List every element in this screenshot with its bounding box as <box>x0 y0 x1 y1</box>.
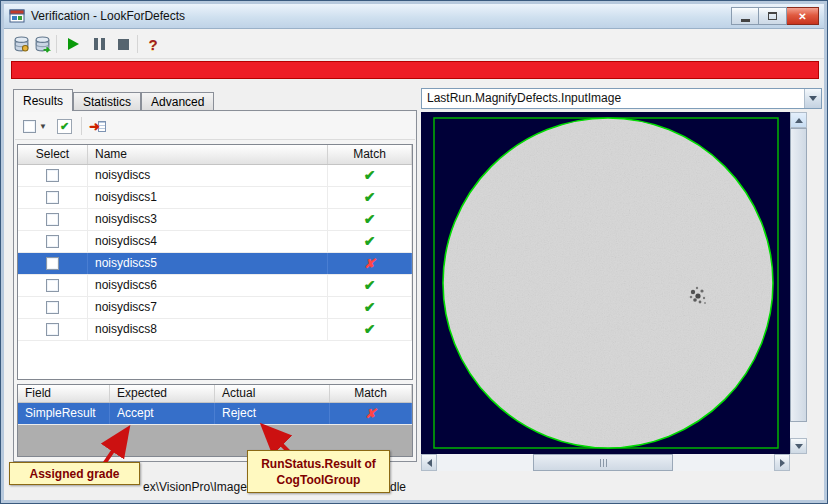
row-checkbox[interactable] <box>46 235 59 248</box>
table-row[interactable]: noisydiscs7 ✔ <box>18 297 412 319</box>
row-checkbox[interactable] <box>46 257 59 270</box>
table-row[interactable]: noisydiscs5 ✘ <box>18 253 412 275</box>
match-icon: ✔ <box>328 275 412 296</box>
table-row[interactable]: noisydiscs8 ✔ <box>18 319 412 341</box>
match-icon: ✘ <box>330 403 412 424</box>
select-dropdown-button[interactable]: ▼ <box>23 116 47 136</box>
app-icon <box>9 8 25 24</box>
column-header-expected[interactable]: Expected <box>110 385 215 402</box>
vertical-scrollbar[interactable] <box>790 112 807 454</box>
horizontal-scrollbar[interactable] <box>421 454 790 471</box>
callout-text-line1: RunStatus.Result of <box>248 456 389 472</box>
run-status-bar <box>11 61 819 79</box>
row-name: noisydiscs5 <box>88 253 328 274</box>
tab-strip: Results Statistics Advanced <box>13 89 214 111</box>
chevron-down-icon <box>809 96 817 101</box>
run-checked-button[interactable]: ✔ <box>57 116 72 136</box>
scroll-up-button[interactable] <box>790 112 807 128</box>
main-toolbar: ? <box>4 29 824 59</box>
row-select-cell[interactable] <box>18 165 88 186</box>
column-header-match[interactable]: Match <box>330 385 412 402</box>
row-select-cell[interactable] <box>18 319 88 340</box>
row-name: noisydiscs4 <box>88 231 328 252</box>
column-header-select[interactable]: Select <box>18 145 88 164</box>
run-button[interactable] <box>62 33 84 55</box>
toolbar-separator <box>56 35 57 53</box>
row-name: noisydiscs7 <box>88 297 328 318</box>
detail-expected: Accept <box>110 403 215 424</box>
table-row[interactable]: noisydiscs6 ✔ <box>18 275 412 297</box>
column-header-actual[interactable]: Actual <box>215 385 330 402</box>
stop-button[interactable] <box>112 33 134 55</box>
column-header-match[interactable]: Match <box>328 145 412 164</box>
table-row[interactable]: noisydiscs4 ✔ <box>18 231 412 253</box>
column-header-name[interactable]: Name <box>88 145 328 164</box>
row-checkbox[interactable] <box>46 191 59 204</box>
table-row[interactable]: noisydiscs3 ✔ <box>18 209 412 231</box>
match-icon: ✔ <box>328 297 412 318</box>
minimize-button[interactable] <box>731 7 759 25</box>
scroll-right-button[interactable] <box>774 454 790 471</box>
close-icon: ✕ <box>798 11 806 22</box>
scrollbar-corner <box>790 454 807 471</box>
match-icon: ✘ <box>328 253 412 274</box>
window-title: Verification - LookForDefects <box>31 4 185 29</box>
results-table-header[interactable]: Select Name Match <box>18 145 412 165</box>
row-checkbox[interactable] <box>46 169 59 182</box>
horizontal-scroll-thumb[interactable] <box>533 454 673 471</box>
match-icon: ✔ <box>328 319 412 340</box>
detail-row[interactable]: SimpleResult Accept Reject ✘ <box>18 403 412 425</box>
table-row[interactable]: noisydiscs1 ✔ <box>18 187 412 209</box>
arrow-right-icon <box>780 459 785 467</box>
row-checkbox[interactable] <box>46 301 59 314</box>
vertical-scroll-thumb[interactable] <box>790 128 807 422</box>
match-icon: ✔ <box>328 209 412 230</box>
row-checkbox[interactable] <box>46 279 59 292</box>
row-select-cell[interactable] <box>18 253 88 274</box>
maximize-button[interactable] <box>759 7 787 25</box>
row-select-cell[interactable] <box>18 209 88 230</box>
row-name: noisydiscs8 <box>88 319 328 340</box>
row-select-cell[interactable] <box>18 231 88 252</box>
chevron-down-icon: ▼ <box>39 122 47 131</box>
row-select-cell[interactable] <box>18 187 88 208</box>
toolbar-separator <box>137 35 138 53</box>
row-select-cell[interactable] <box>18 297 88 318</box>
close-button[interactable]: ✕ <box>787 7 819 25</box>
checked-box-icon: ✔ <box>57 119 72 134</box>
arrow-up-icon <box>795 118 803 123</box>
scroll-down-button[interactable] <box>790 438 807 454</box>
results-table: Select Name Match noisydiscs ✔ noisydisc… <box>17 144 413 380</box>
row-name: noisydiscs6 <box>88 275 328 296</box>
tab-advanced[interactable]: Advanced <box>141 92 214 111</box>
callout-text: Assigned grade <box>10 467 139 481</box>
status-path-text: ex\VisionPro\Images <box>143 480 253 494</box>
row-checkbox[interactable] <box>46 323 59 336</box>
image-selector-combobox[interactable]: LastRun.MagnifyDefects.InputImage <box>421 88 822 109</box>
row-name: noisydiscs3 <box>88 209 328 230</box>
database-link-button[interactable] <box>31 33 53 55</box>
title-bar[interactable]: Verification - LookForDefects ✕ <box>4 4 824 29</box>
column-header-field[interactable]: Field <box>18 385 110 402</box>
callout-runstatus: RunStatus.Result of CogToolGroup <box>247 450 390 493</box>
row-select-cell[interactable] <box>18 275 88 296</box>
toolbar-separator <box>81 117 82 135</box>
table-row[interactable]: noisydiscs ✔ <box>18 165 412 187</box>
app-window: Verification - LookForDefects ✕ <box>0 0 828 504</box>
tab-results[interactable]: Results <box>13 89 73 111</box>
callout-assigned-grade: Assigned grade <box>9 462 140 485</box>
database-button[interactable] <box>10 33 32 55</box>
combo-dropdown-button[interactable] <box>804 89 821 108</box>
play-icon <box>68 38 79 50</box>
status-state-text: dle <box>390 480 406 494</box>
help-button[interactable]: ? <box>142 33 164 55</box>
minimize-icon <box>741 19 750 22</box>
row-checkbox[interactable] <box>46 213 59 226</box>
arrow-left-icon <box>427 459 432 467</box>
pause-button[interactable] <box>88 33 110 55</box>
tab-statistics[interactable]: Statistics <box>73 92 141 111</box>
scroll-left-button[interactable] <box>421 454 437 471</box>
export-button[interactable]: ➜ <box>89 116 106 136</box>
detail-table-header[interactable]: Field Expected Actual Match <box>18 385 412 403</box>
row-name: noisydiscs1 <box>88 187 328 208</box>
